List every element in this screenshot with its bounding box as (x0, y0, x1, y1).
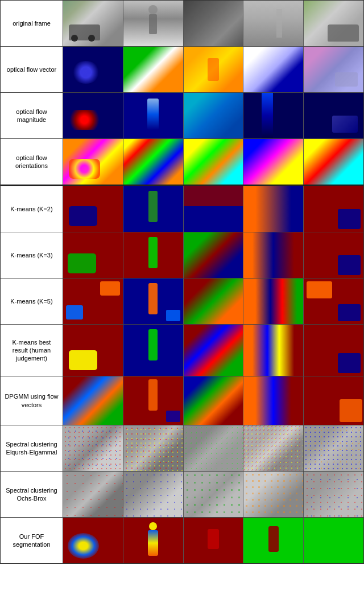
img-km2-3 (184, 186, 244, 232)
label-original-frame: original frame (1, 1, 63, 46)
row-spec-ochs: Spectral clustering Ochs-Brox (1, 472, 363, 518)
img-km2-2 (123, 186, 184, 232)
img-ofv-4 (243, 47, 304, 92)
img-kmbest-2 (123, 325, 184, 376)
images-ofm (63, 93, 363, 138)
img-ofv-5 (304, 47, 363, 92)
images-spec-elqursh (63, 425, 363, 471)
row-ofv: optical flow vector (1, 47, 363, 93)
img-spec1-2 (123, 425, 184, 471)
img-ofo-1 (63, 139, 123, 185)
img-km5-2 (123, 278, 184, 324)
img-km3-1 (63, 232, 123, 278)
label-km2: K-means (K=2) (1, 186, 63, 232)
row-km3: K-means (K=3) (1, 232, 363, 278)
main-grid: original frame (0, 0, 364, 564)
images-ofv (63, 47, 363, 92)
img-orig-5 (304, 1, 363, 46)
img-ofo-3 (184, 139, 244, 185)
section-optical-flow: original frame (1, 1, 363, 185)
img-km5-3 (184, 278, 244, 324)
img-ofm-5 (304, 93, 363, 138)
row-kmbest: K-means best result (human judgement) (1, 325, 363, 376)
images-original-frame (63, 1, 363, 46)
img-spec2-3 (184, 472, 244, 517)
img-ofv-3 (184, 47, 244, 92)
img-km3-4 (243, 232, 304, 278)
img-ofm-3 (184, 93, 244, 138)
img-spec2-4 (243, 472, 304, 517)
section-clustering: K-means (K=2) (1, 185, 363, 563)
img-dpgmm-5 (304, 376, 363, 425)
row-km5: K-means (K=5) (1, 278, 363, 325)
row-spec-elqursh: Spectral clustering Elqursh-Elgammal (1, 425, 363, 472)
img-spec1-3 (184, 425, 244, 471)
img-kmbest-3 (184, 325, 244, 376)
img-ofm-1 (63, 93, 123, 138)
label-ofm: optical flow magnitude (1, 93, 63, 138)
img-kmbest-5 (304, 325, 363, 376)
img-spec1-4 (243, 425, 304, 471)
img-ofv-2 (123, 47, 184, 92)
label-ofv: optical flow vector (1, 47, 63, 92)
img-spec1-5 (304, 425, 363, 471)
img-ofm-2 (123, 93, 184, 138)
img-km5-5 (304, 278, 363, 324)
img-dpgmm-1 (63, 376, 123, 425)
img-ofo-4 (243, 139, 304, 185)
img-dpgmm-2 (123, 376, 184, 425)
img-orig-4 (243, 1, 304, 46)
images-km3 (63, 232, 363, 278)
images-spec-ochs (63, 472, 363, 517)
label-km3: K-means (K=3) (1, 232, 63, 278)
img-fof-2 (123, 518, 184, 563)
img-spec2-1 (63, 472, 123, 517)
img-km5-4 (243, 278, 304, 324)
img-spec2-5 (304, 472, 363, 517)
img-km2-5 (304, 186, 363, 232)
row-km2: K-means (K=2) (1, 186, 363, 232)
label-fof: Our FOF segmentation (1, 518, 63, 563)
images-km5 (63, 278, 363, 324)
label-spec-ochs: Spectral clustering Ochs-Brox (1, 472, 63, 517)
images-ofo (63, 139, 363, 185)
img-dpgmm-3 (184, 376, 244, 425)
img-ofv-1 (63, 47, 123, 92)
img-ofm-4 (243, 93, 304, 138)
img-dpgmm-4 (243, 376, 304, 425)
img-km2-1 (63, 186, 123, 232)
label-dpgmm: DPGMM using flow vectors (1, 376, 63, 425)
row-original-frame: original frame (1, 1, 363, 47)
img-km3-5 (304, 232, 363, 278)
images-dpgmm (63, 376, 363, 425)
img-orig-1 (63, 1, 123, 46)
img-spec2-2 (123, 472, 184, 517)
img-orig-3 (184, 1, 244, 46)
img-spec1-1 (63, 425, 123, 471)
img-kmbest-4 (243, 325, 304, 376)
images-fof (63, 518, 363, 563)
label-kmbest: K-means best result (human judgement) (1, 325, 63, 376)
img-fof-1 (63, 518, 123, 563)
img-fof-4 (243, 518, 304, 563)
label-ofo: optical flow orientations (1, 139, 63, 185)
row-dpgmm: DPGMM using flow vectors (1, 376, 363, 425)
img-fof-3 (184, 518, 244, 563)
label-km5: K-means (K=5) (1, 278, 63, 324)
row-ofo: optical flow orientations (1, 139, 363, 185)
img-kmbest-1 (63, 325, 123, 376)
img-km5-1 (63, 278, 123, 324)
label-spec-elqursh: Spectral clustering Elqursh-Elgammal (1, 425, 63, 471)
img-km3-3 (184, 232, 244, 278)
images-km2 (63, 186, 363, 232)
row-fof: Our FOF segmentation (1, 518, 363, 563)
img-km2-4 (243, 186, 304, 232)
img-ofo-2 (123, 139, 184, 185)
img-km3-2 (123, 232, 184, 278)
img-ofo-5 (304, 139, 363, 185)
row-ofm: optical flow magnitude (1, 93, 363, 139)
img-fof-5 (304, 518, 363, 563)
img-orig-2 (123, 1, 184, 46)
images-kmbest (63, 325, 363, 376)
